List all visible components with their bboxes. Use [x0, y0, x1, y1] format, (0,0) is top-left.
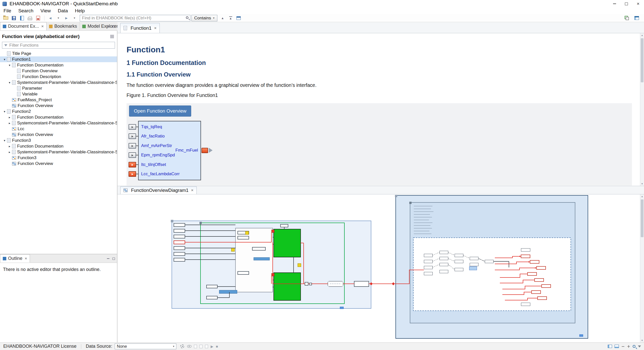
contains-dropdown[interactable]: Contains ▾ — [191, 15, 217, 21]
chevron-down-icon[interactable]: ▾ — [7, 81, 12, 84]
back-history-dropdown-icon[interactable]: ▾ — [55, 14, 62, 22]
eye-icon[interactable] — [187, 345, 191, 348]
diagram-scrollbar[interactable]: ▲ ▼ — [640, 194, 644, 342]
maximize-button[interactable] — [620, 0, 632, 8]
navigate-back-icon[interactable]: ◄ — [47, 14, 54, 22]
tree-item-title-page[interactable]: Title Page — [0, 51, 117, 56]
tree-item-variable[interactable]: Variable — [0, 91, 117, 97]
stop-icon[interactable]: ■ — [216, 344, 218, 348]
report-icon[interactable] — [194, 345, 197, 348]
tree-item-function2-documentation[interactable]: ▸ Function Documentation — [0, 114, 117, 120]
save-icon[interactable] — [10, 14, 18, 22]
tree-item-function-description[interactable]: Function Description — [0, 74, 117, 80]
tab-function-overview-diagram1[interactable]: FunctionOverviewDiagram1 × — [120, 186, 197, 194]
zoom-out-button[interactable]: − — [621, 344, 624, 349]
tree-item-function3-documentation[interactable]: ▸ Function Documentation — [0, 143, 117, 149]
minimize-button[interactable] — [609, 0, 620, 8]
open-function-overview-button[interactable]: Open Function Overview — [129, 106, 191, 117]
chevron-right-icon[interactable]: ▸ — [7, 121, 12, 125]
layers-icon[interactable] — [199, 345, 203, 348]
close-icon[interactable]: × — [25, 256, 27, 261]
maximize-panel-icon[interactable] — [112, 257, 115, 260]
chevron-down-icon[interactable]: ▾ — [2, 58, 7, 61]
gear-icon[interactable] — [180, 344, 184, 348]
chevron-right-icon[interactable]: ▸ — [7, 150, 12, 154]
find-input[interactable] — [82, 16, 183, 21]
scrollbar-thumb[interactable] — [641, 38, 643, 82]
print-icon[interactable] — [26, 14, 34, 22]
tree-item-function-documentation[interactable]: ▾ Function Documentation — [0, 62, 117, 68]
zoom-fit-icon[interactable] — [633, 345, 635, 348]
tree-item-fuelmass-project[interactable]: FuelMass_Project — [0, 97, 117, 103]
scroll-down-icon[interactable]: ▼ — [640, 338, 644, 342]
open-file-icon[interactable] — [2, 14, 10, 22]
output-port-icon[interactable] — [202, 148, 208, 153]
snapshot-icon[interactable] — [205, 345, 208, 348]
tree-item-function3[interactable]: ▾ Function3 — [0, 137, 117, 143]
export-pdf-icon[interactable] — [34, 14, 42, 22]
view-menu-icon[interactable] — [110, 35, 114, 36]
filter-functions-input[interactable] — [9, 43, 113, 48]
forward-history-dropdown-icon[interactable]: ▾ — [71, 14, 78, 22]
input-port-icon-red[interactable] — [129, 162, 136, 167]
chevron-right-icon[interactable]: ▸ — [7, 116, 12, 119]
scroll-up-icon[interactable]: ▲ — [640, 194, 644, 198]
zoom-in-button[interactable]: + — [627, 344, 630, 349]
input-port-icon[interactable] — [129, 143, 136, 149]
close-icon[interactable]: × — [154, 26, 156, 31]
close-button[interactable]: × — [632, 0, 644, 8]
maximize-panel-icon[interactable] — [112, 25, 115, 28]
minimize-panel-icon[interactable] — [106, 257, 110, 260]
input-port-icon-red[interactable] — [129, 171, 136, 177]
chevron-right-icon[interactable]: ▸ — [7, 145, 12, 148]
menu-view[interactable]: View — [37, 8, 54, 14]
play-icon[interactable]: ▶ — [211, 344, 213, 348]
chevron-down-icon[interactable]: ▾ — [2, 110, 7, 113]
close-icon[interactable]: × — [41, 24, 44, 29]
scrollbar-thumb[interactable] — [641, 199, 643, 237]
tree-item-function3-model[interactable]: Function3 — [0, 155, 117, 161]
input-port-icon[interactable] — [129, 124, 136, 130]
menu-search[interactable]: Search — [15, 8, 37, 14]
tree-item-function2[interactable]: ▾ Function2 — [0, 109, 117, 114]
navigate-forward-icon[interactable]: ► — [63, 14, 70, 22]
tab-document-explorer[interactable]: Document Ex... × — [0, 22, 47, 30]
editor-scrollbar[interactable]: ▲ ▼ — [640, 33, 644, 186]
tree-item-function1[interactable]: ▾ Function1 — [0, 56, 117, 62]
function-overview-diagram-canvas[interactable] — [117, 194, 640, 342]
document-view[interactable]: Function1 1 Function Documentation 1.1 F… — [117, 33, 640, 186]
input-port-icon[interactable] — [129, 133, 136, 139]
tab-outline[interactable]: Outline × — [0, 254, 30, 263]
data-source-dropdown[interactable]: None ▾ — [115, 343, 176, 349]
tree-item-sysconst-structure[interactable]: ▾ Systemconstant-Parameter-Variable-Clas… — [0, 80, 117, 85]
find-first-icon[interactable]: ▲ — [227, 14, 234, 22]
input-port-icon[interactable] — [129, 152, 136, 158]
menu-help[interactable]: Help — [71, 8, 88, 14]
minimize-panel-icon[interactable] — [106, 25, 110, 28]
tree-item-function1-overview-diagram[interactable]: Function Overview — [0, 103, 117, 109]
chevron-down-icon[interactable]: ▾ — [7, 63, 12, 67]
close-icon[interactable]: × — [191, 188, 193, 193]
menu-file[interactable]: File — [0, 8, 15, 14]
layout-left-icon[interactable] — [608, 345, 612, 348]
link-with-editor-icon[interactable] — [623, 14, 630, 22]
find-previous-icon[interactable]: ▲ — [219, 14, 226, 22]
menu-data[interactable]: Data — [54, 8, 71, 14]
tab-function1[interactable]: Function1 × — [120, 23, 160, 33]
search-icon[interactable] — [186, 16, 188, 19]
chevron-down-icon[interactable]: ▾ — [2, 139, 7, 142]
scroll-down-icon[interactable]: ▼ — [640, 182, 644, 186]
tree-item-lcc[interactable]: Lcc — [0, 126, 117, 132]
tree-item-function3-sysconst[interactable]: ▸ Systemconstant-Parameter-Variable-Clas… — [0, 149, 117, 155]
tree-item-function2-sysconst[interactable]: ▸ Systemconstant-Parameter-Variable-Clas… — [0, 120, 117, 126]
tree-item-function2-overview[interactable]: Function Overview — [0, 132, 117, 137]
tab-bookmarks[interactable]: Bookmarks — [47, 22, 80, 30]
tree-item-function3-overview[interactable]: Function Overview — [0, 161, 117, 166]
tree-item-function-overview[interactable]: Function Overview — [0, 68, 117, 74]
layout-bottom-icon[interactable] — [615, 345, 619, 348]
filter-icon[interactable] — [638, 345, 641, 347]
perspective-icon[interactable] — [633, 14, 640, 22]
handbook-icon[interactable] — [18, 14, 26, 22]
scroll-up-icon[interactable]: ▲ — [640, 33, 644, 37]
window-layout-icon[interactable] — [235, 14, 243, 22]
